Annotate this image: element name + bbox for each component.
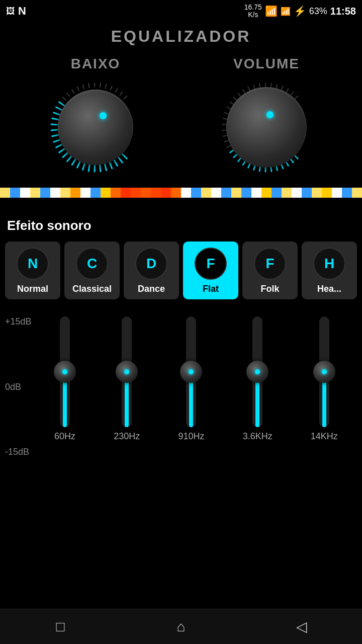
- svg-line-9: [77, 162, 80, 168]
- svg-line-50: [227, 145, 231, 147]
- preset-flat[interactable]: FFlat: [183, 242, 238, 299]
- db-labels: +15dB 0dB -15dB: [5, 316, 32, 457]
- spectrum-segment: [231, 188, 241, 198]
- spectrum-segment: [312, 188, 322, 198]
- svg-line-68: [282, 86, 283, 90]
- home-button[interactable]: ⌂: [161, 614, 201, 639]
- db-label-high: +15dB: [5, 316, 32, 327]
- db-label-low: -15dB: [5, 447, 32, 457]
- svg-line-51: [225, 140, 229, 142]
- svg-line-12: [63, 153, 67, 157]
- preset-folk[interactable]: FFolk: [242, 242, 298, 299]
- svg-line-25: [72, 90, 74, 94]
- eq-slider-col-910Hz: 910Hz: [178, 316, 204, 457]
- spectrum-segment: [302, 188, 312, 198]
- svg-line-24: [67, 93, 70, 96]
- baixo-knob[interactable]: [45, 77, 146, 178]
- knobs-section: BAIXO VOLUME: [0, 56, 362, 178]
- notification-icon: 🖼: [6, 6, 15, 17]
- preset-icon-folk: F: [254, 248, 286, 280]
- eq-sliders-section: +15dB 0dB -15dB 60Hz230Hz910Hz3.6KHz14KH…: [0, 306, 362, 462]
- back-icon: ◁: [296, 618, 307, 635]
- svg-line-26: [77, 87, 79, 91]
- spectrum-bar: [0, 188, 362, 198]
- svg-line-2: [115, 160, 118, 166]
- svg-line-30: [100, 84, 101, 88]
- slider-knob-4[interactable]: [313, 361, 335, 383]
- slider-knob-1[interactable]: [116, 361, 138, 383]
- spectrum-segment: [171, 188, 181, 198]
- preset-normal[interactable]: NNormal: [5, 242, 60, 299]
- svg-line-53: [222, 130, 226, 130]
- svg-line-13: [59, 149, 64, 152]
- preset-name-normal: Normal: [17, 284, 48, 294]
- preset-icon-flat: F: [195, 248, 227, 280]
- svg-line-64: [259, 84, 260, 88]
- spectrum-segment: [261, 188, 272, 198]
- volume-knob[interactable]: [216, 77, 317, 178]
- spectrum-segment: [251, 188, 261, 198]
- baixo-knob-dot: [100, 112, 107, 119]
- page-title: EQUALIZADOR: [0, 22, 362, 56]
- recents-icon: □: [56, 619, 65, 635]
- spectrum-segment: [201, 188, 211, 198]
- slider-knob-3[interactable]: [246, 361, 268, 383]
- wifi-icon: 📶: [265, 5, 278, 17]
- slider-knob-2[interactable]: [180, 361, 202, 383]
- svg-line-14: [56, 145, 62, 148]
- status-bar: 🖼 N 16.75K/s 📶 📶 ⚡ 63% 11:58: [0, 0, 362, 22]
- svg-line-10: [72, 159, 75, 165]
- svg-line-19: [52, 118, 58, 120]
- preset-list: NNormalCClassicalDDanceFFlatFFolkHHea...: [5, 242, 357, 301]
- svg-line-31: [106, 85, 107, 89]
- nav-bar: □ ⌂ ◁: [0, 609, 362, 644]
- speed-label: 16.75K/s: [244, 4, 262, 19]
- spectrum-segment: [221, 188, 231, 198]
- slider-knob-dot-2: [189, 369, 194, 374]
- svg-line-3: [110, 163, 112, 169]
- spectrum-segment: [141, 188, 151, 198]
- svg-line-0: [123, 154, 127, 159]
- preset-dance[interactable]: DDance: [124, 242, 179, 299]
- slider-track-0[interactable]: [60, 316, 70, 427]
- eq-slider-col-36KHz: 3.6KHz: [243, 316, 273, 457]
- svg-line-52: [223, 135, 227, 136]
- slider-knob-dot-3: [255, 369, 260, 374]
- volume-knob-container: VOLUME: [216, 56, 317, 178]
- preset-classical[interactable]: CClassical: [64, 242, 120, 299]
- svg-line-16: [52, 135, 58, 136]
- spectrum-segment: [111, 188, 121, 198]
- spectrum-segment: [241, 188, 251, 198]
- svg-line-35: [124, 96, 127, 99]
- spectrum-segment: [272, 188, 282, 198]
- spectrum-segment: [10, 188, 20, 198]
- back-button[interactable]: ◁: [282, 614, 322, 639]
- svg-line-7: [88, 165, 89, 171]
- slider-knob-0[interactable]: [54, 361, 76, 383]
- svg-line-66: [271, 84, 272, 88]
- spectrum-segment: [181, 188, 191, 198]
- sound-effect-section: Efeito sonoro NNormalCClassicalDDanceFFl…: [0, 208, 362, 306]
- svg-line-8: [83, 164, 84, 170]
- slider-track-2[interactable]: [186, 316, 196, 427]
- slider-track-4[interactable]: [319, 316, 329, 427]
- slider-knob-dot-1: [124, 369, 129, 374]
- preset-name-flat: Flat: [203, 284, 219, 294]
- slider-freq-label-1: 230Hz: [114, 431, 140, 442]
- time-label: 11:58: [330, 6, 356, 17]
- slider-track-3[interactable]: [252, 316, 262, 427]
- svg-line-11: [67, 156, 71, 161]
- svg-line-20: [54, 113, 59, 115]
- spectrum-segment: [0, 188, 10, 198]
- db-label-mid: 0dB: [5, 382, 32, 392]
- spectrum-segment: [20, 188, 30, 198]
- spectrum-segment: [101, 188, 111, 198]
- slider-knob-dot-4: [322, 369, 327, 374]
- preset-heavy[interactable]: HHea...: [302, 242, 357, 299]
- slider-track-1[interactable]: [122, 316, 132, 427]
- slider-freq-label-0: 60Hz: [54, 431, 75, 442]
- baixo-knob-container: BAIXO: [45, 56, 146, 178]
- svg-line-15: [54, 140, 59, 142]
- svg-line-17: [51, 130, 57, 130]
- recents-button[interactable]: □: [40, 614, 80, 639]
